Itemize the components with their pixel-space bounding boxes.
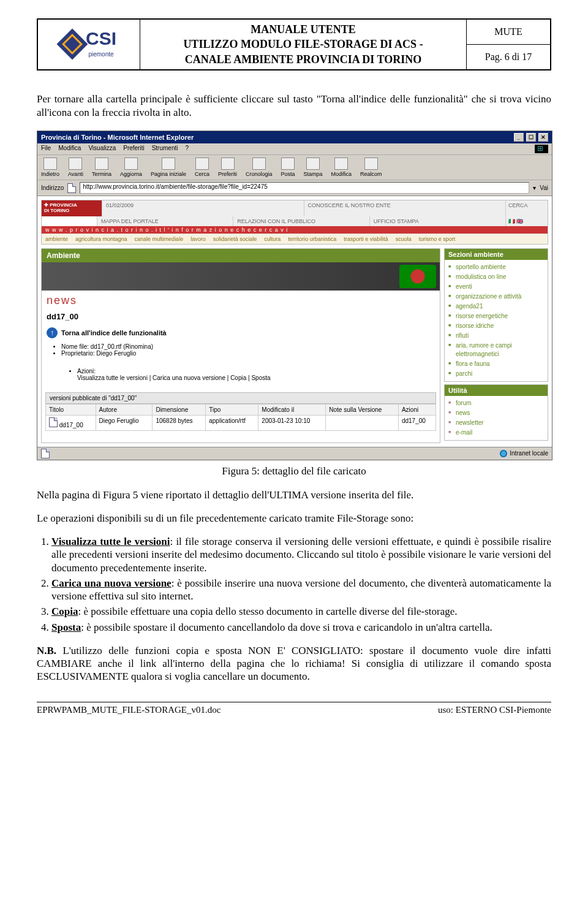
- close-icon[interactable]: ✕: [538, 133, 548, 142]
- portal-link-mappa[interactable]: MAPPA DEL PORTALE: [97, 216, 233, 226]
- file-code: dd17_00: [42, 311, 440, 325]
- versions-header: versioni pubblicate di "dd17_00": [45, 392, 436, 404]
- tb-history[interactable]: Cronologia: [246, 158, 273, 177]
- tb-realcom[interactable]: Realcom: [360, 158, 382, 177]
- tb-refresh[interactable]: Aggiorna: [120, 158, 142, 177]
- home-icon: [162, 158, 175, 170]
- side-item[interactable]: risorse energetiche: [448, 311, 544, 321]
- side-item[interactable]: organizzazione e attività: [448, 292, 544, 302]
- footer-filename: EPRWPAMB_MUTE_FILE-STORAGE_v01.doc: [37, 705, 221, 715]
- tb-forward[interactable]: Avanti: [68, 158, 83, 177]
- table-row[interactable]: dd17_00 Diego Feruglio 106828 bytes appl…: [46, 415, 436, 430]
- nav-lavoro[interactable]: lavoro: [190, 236, 206, 242]
- menu-bar: File Modifica Visualizza Preferiti Strum…: [37, 143, 552, 155]
- logo-text: CSI: [86, 28, 116, 48]
- side-item[interactable]: agenda21: [448, 302, 544, 311]
- nav-agricoltura[interactable]: agricoltura montagna: [75, 236, 127, 242]
- portal-cerca[interactable]: CERCA: [505, 200, 548, 216]
- dropdown-icon[interactable]: ▾: [533, 184, 536, 191]
- menu-favorites[interactable]: Preferiti: [123, 145, 144, 153]
- address-input[interactable]: http://www.provincia.torino.it/ambiente/…: [80, 182, 529, 194]
- go-button[interactable]: Vai: [540, 184, 548, 191]
- minimize-icon[interactable]: _: [514, 133, 524, 142]
- page-icon: [67, 183, 76, 193]
- side-sections-list: sportello ambiente modulistica on line e…: [445, 260, 548, 381]
- doc-code: MUTE: [467, 19, 551, 44]
- figure-caption: Figura 5: dettaglio del file caricato: [37, 465, 551, 477]
- nav-territorio[interactable]: territorio urbanistica: [288, 236, 336, 242]
- tb-home[interactable]: Pagina iniziale: [151, 158, 186, 177]
- side-util-item[interactable]: e-mail: [448, 428, 544, 438]
- table-header-row: Titolo Autore Dimensione Tipo Modificato…: [46, 404, 436, 415]
- tb-print[interactable]: Stampa: [304, 158, 323, 177]
- actions-links[interactable]: Visualizza tutte le versioni | Carica un…: [77, 374, 271, 381]
- nav-ambiente[interactable]: ambiente: [45, 236, 68, 242]
- side-item[interactable]: sportello ambiente: [448, 262, 544, 272]
- intranet-zone: Intranet locale: [500, 450, 548, 457]
- side-util-item[interactable]: news: [448, 408, 544, 418]
- news-label: news: [47, 294, 77, 306]
- paragraph-2: Le operazioni disponibili su di un file …: [37, 512, 551, 525]
- nav-scuola[interactable]: scuola: [396, 236, 412, 242]
- back-icon: [43, 158, 57, 170]
- side-item[interactable]: eventi: [448, 282, 544, 292]
- tb-mail[interactable]: Posta: [281, 158, 295, 177]
- document-header: CSI piemonte MANUALE UTENTE UTILIZZO MOD…: [37, 18, 551, 70]
- portal-flags[interactable]: 🇮🇹 🇬🇧: [505, 216, 548, 226]
- toolbar: Indietro Avanti Termina Aggiorna Pagina …: [37, 155, 552, 180]
- csi-diamond-icon: [57, 29, 88, 60]
- portal-date: 01/02/2009: [102, 200, 304, 216]
- tb-favorites[interactable]: Preferiti: [218, 158, 237, 177]
- portal-link-relazioni[interactable]: RELAZIONI CON IL PUBBLICO: [233, 216, 369, 226]
- tb-search[interactable]: Cerca: [195, 158, 209, 177]
- search-icon: [195, 158, 209, 170]
- nav-solidarieta[interactable]: solidarietà sociale: [213, 236, 257, 242]
- side-util-item[interactable]: forum: [448, 398, 544, 408]
- nav-multimediale[interactable]: canale multimediale: [135, 236, 184, 242]
- menu-file[interactable]: File: [41, 145, 51, 153]
- nav-cultura[interactable]: cultura: [264, 236, 281, 242]
- nav-turismo[interactable]: turismo e sport: [419, 236, 456, 242]
- tb-stop[interactable]: Termina: [92, 158, 111, 177]
- back-to-index-link[interactable]: ↑ Torna all'indice delle funzionalità: [42, 325, 440, 341]
- side-util-list: forum news newsletter e-mail: [445, 396, 548, 440]
- side-item[interactable]: flora e fauna: [448, 359, 544, 369]
- portal-link-stampa[interactable]: UFFICIO STAMPA: [369, 216, 505, 226]
- doc-title: MANUALE UTENTE UTILIZZO MODULO FILE-STOR…: [140, 19, 467, 70]
- embedded-screenshot: Provincia di Torino - Microsoft Internet…: [37, 131, 552, 460]
- side-item[interactable]: risorse idriche: [448, 321, 544, 331]
- window-titlebar: Provincia di Torino - Microsoft Internet…: [37, 131, 552, 143]
- document-icon: [49, 417, 58, 427]
- status-page-icon: [41, 449, 50, 458]
- menu-tools[interactable]: Strumenti: [152, 145, 178, 153]
- side-util-item[interactable]: newsletter: [448, 418, 544, 428]
- stop-icon: [95, 158, 108, 170]
- menu-view[interactable]: Visualizza: [88, 145, 116, 153]
- maximize-icon[interactable]: ☐: [526, 133, 536, 142]
- edit-icon: [334, 158, 348, 170]
- realcom-icon: [364, 158, 378, 170]
- portal-link-conoscere[interactable]: CONOSCERE IL NOSTRO ENTE: [304, 200, 506, 216]
- side-sections-title: Sezioni ambiente: [445, 249, 548, 260]
- body-text: Nella pagina di Figura 5 viene riportato…: [37, 489, 551, 683]
- side-util-title: Utilità: [445, 385, 548, 396]
- nav-trasporti[interactable]: trasporti e viabilità: [344, 236, 388, 242]
- menu-edit[interactable]: Modifica: [58, 145, 81, 153]
- file-actions: Azioni: Visualizza tutte le versioni | C…: [42, 360, 440, 390]
- history-icon: [252, 158, 266, 170]
- mail-icon: [281, 158, 295, 170]
- portal-header: ✚ PROVINCIA DI TORINO 01/02/2009 CONOSCE…: [41, 200, 548, 245]
- side-item[interactable]: parchi: [448, 369, 544, 379]
- tb-back[interactable]: Indietro: [41, 158, 59, 177]
- footer-divider: [37, 702, 551, 702]
- tb-editbtn[interactable]: Modifica: [331, 158, 352, 177]
- page-footer: EPRWPAMB_MUTE_FILE-STORAGE_v01.doc uso: …: [37, 705, 551, 715]
- side-item[interactable]: aria, rumore e campi elettromagnetici: [448, 341, 544, 359]
- address-bar: Indirizzo http://www.provincia.torino.it…: [37, 180, 552, 196]
- meta-owner: Proprietario: Diego Feruglio: [61, 350, 435, 357]
- operations-list: Visualizza tutte le versioni: il file st…: [37, 535, 551, 634]
- portal-main: Ambiente news dd17_00 ↑ Torna all'indice…: [41, 248, 440, 443]
- menu-help[interactable]: ?: [185, 145, 189, 153]
- side-item[interactable]: modulistica on line: [448, 272, 544, 282]
- side-item[interactable]: rifiuti: [448, 331, 544, 341]
